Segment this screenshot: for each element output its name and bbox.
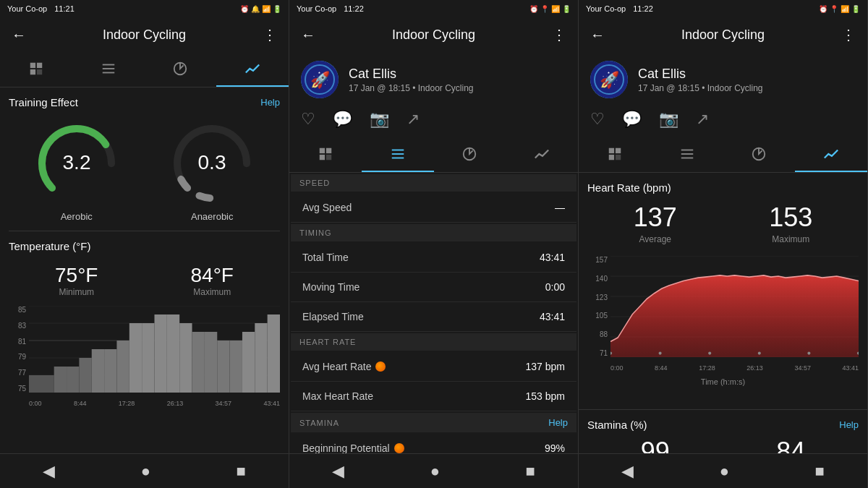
- menu-button-2[interactable]: ⋮: [549, 23, 569, 46]
- tab-summary-1[interactable]: [0, 52, 72, 87]
- svg-text:🚀: 🚀: [600, 70, 620, 90]
- home-nav-2[interactable]: ●: [430, 462, 440, 481]
- tab-charts-1[interactable]: [216, 52, 289, 87]
- tab-segments-3[interactable]: [723, 137, 796, 172]
- svg-rect-23: [54, 367, 67, 393]
- back-nav-1[interactable]: ◀: [43, 462, 55, 481]
- training-effect-help[interactable]: Help: [260, 97, 280, 108]
- temp-min-group: 75°F Minimum: [55, 264, 98, 297]
- back-nav-3[interactable]: ◀: [621, 462, 634, 481]
- back-button-3[interactable]: ←: [587, 24, 608, 46]
- divider-3: [579, 409, 867, 410]
- stamina-val-1: 99: [641, 437, 670, 453]
- hr-x-labels: 0:00 8:44 17:28 26:13 34:57 43:41: [610, 364, 859, 372]
- home-nav-1[interactable]: ●: [141, 462, 150, 481]
- camera-button-2[interactable]: 📷: [370, 110, 389, 129]
- anaerobic-label: Anaerobic: [191, 211, 234, 222]
- svg-rect-39: [255, 323, 267, 393]
- profile-name-3: Cat Ellis: [638, 67, 762, 82]
- home-nav-3[interactable]: ●: [720, 462, 729, 481]
- tab-summary-3[interactable]: [579, 137, 651, 172]
- svg-rect-6: [102, 72, 114, 74]
- action-row-2: ♡ 💬 📷 ↗: [289, 107, 578, 137]
- training-effect-header: Training Effect Help: [9, 96, 280, 108]
- tab-segments-2[interactable]: [434, 137, 506, 172]
- total-time-row: Total Time 43:41: [291, 243, 576, 273]
- svg-rect-58: [616, 155, 621, 160]
- alarm-icon-3: ⏰: [819, 5, 827, 13]
- moving-time-value: 0:00: [545, 281, 565, 293]
- speed-section-label: SPEED: [291, 174, 576, 192]
- svg-rect-33: [179, 323, 192, 393]
- temp-title: Temperature (°F): [9, 240, 91, 252]
- avatar-2: 🚀: [301, 61, 339, 98]
- time-2: 11:22: [344, 4, 364, 13]
- profile-name-2: Cat Ellis: [349, 67, 473, 82]
- max-hr-row: Max Heart Rate 153 bpm: [291, 382, 576, 411]
- page-title-2: Indoor Cycling: [327, 27, 540, 43]
- camera-button-3[interactable]: 📷: [659, 110, 678, 129]
- battery-icon-2: 🔋: [562, 5, 571, 13]
- gauges-row: 3.2 Aerobic 0.3 Anaerobic: [9, 120, 280, 222]
- elapsed-time-value: 43:41: [540, 311, 565, 322]
- menu-button-3[interactable]: ⋮: [838, 23, 859, 46]
- temp-max-value: 84°F: [191, 264, 234, 287]
- recent-nav-3[interactable]: ■: [814, 462, 824, 481]
- tab-stats-1[interactable]: [72, 52, 145, 87]
- recent-nav-1[interactable]: ■: [236, 462, 245, 481]
- temp-chart-svg: [29, 306, 280, 393]
- comment-button-2[interactable]: 💬: [333, 110, 352, 129]
- svg-point-72: [659, 351, 662, 354]
- stamina-help-3[interactable]: Help: [839, 419, 859, 430]
- tab-stats-3[interactable]: [651, 137, 723, 172]
- svg-rect-34: [192, 332, 205, 393]
- svg-rect-5: [102, 68, 114, 69]
- tab-stats-2[interactable]: [362, 137, 434, 172]
- moving-time-row: Moving Time 0:00: [291, 273, 576, 302]
- comment-button-3[interactable]: 💬: [622, 110, 642, 129]
- avg-speed-row: Avg Speed —: [291, 193, 576, 223]
- profile-info-2: Cat Ellis 17 Jan @ 18:15 • Indoor Cyclin…: [349, 67, 473, 93]
- back-nav-2[interactable]: ◀: [332, 462, 344, 481]
- content-1: Training Effect Help 3.2 Aerobic: [0, 87, 289, 453]
- max-hr-label: Max Heart Rate: [302, 390, 373, 402]
- back-button-1[interactable]: ←: [9, 24, 29, 46]
- location-icon-3: 📍: [830, 5, 838, 13]
- svg-rect-61: [681, 158, 693, 159]
- recent-nav-2[interactable]: ■: [525, 462, 535, 481]
- tab-charts-3[interactable]: [795, 137, 867, 172]
- max-hr-value: 153 bpm: [526, 390, 565, 402]
- hr-chart-svg: [610, 256, 859, 357]
- svg-rect-37: [230, 341, 242, 393]
- page-title-3: Indoor Cycling: [616, 27, 830, 43]
- svg-rect-30: [142, 323, 154, 393]
- tab-summary-2[interactable]: [289, 137, 362, 172]
- like-button-2[interactable]: ♡: [301, 110, 315, 129]
- tab-charts-2[interactable]: [506, 137, 578, 172]
- panel-2: Your Co-op 11:22 ⏰ 📍 📶 🔋 ← Indoor Cyclin…: [289, 0, 579, 488]
- temp-max-label: Maximum: [193, 287, 231, 297]
- profile-info-3: Cat Ellis 17 Jan @ 18:15 • Indoor Cyclin…: [638, 67, 762, 93]
- tab-bar-3: [579, 137, 867, 173]
- menu-button-1[interactable]: ⋮: [260, 23, 280, 46]
- bottom-nav-1: ◀ ● ■: [0, 453, 289, 488]
- hr-average-label: Average: [639, 234, 671, 244]
- temp-min-value: 75°F: [55, 264, 98, 287]
- share-button-3[interactable]: ↗: [696, 110, 709, 129]
- svg-rect-49: [391, 153, 404, 155]
- hr-section-row: HEART RATE: [291, 333, 576, 351]
- back-button-2[interactable]: ←: [298, 24, 318, 46]
- speed-section-row: SPEED: [291, 174, 576, 192]
- like-button-3[interactable]: ♡: [590, 110, 605, 129]
- carrier-2: Your Co-op: [297, 4, 336, 13]
- stamina-help[interactable]: Help: [548, 417, 568, 428]
- svg-text:3.2: 3.2: [62, 151, 90, 174]
- svg-rect-1: [37, 63, 42, 68]
- avatar-3: 🚀: [590, 61, 628, 98]
- tab-segments-1[interactable]: [145, 52, 217, 87]
- beginning-potential-row: Beginning Potential 99%: [291, 434, 576, 453]
- top-bar-1: ← Indoor Cycling ⋮: [0, 17, 289, 52]
- svg-rect-56: [616, 148, 621, 153]
- panel-3: Your Co-op 11:22 ⏰ 📍 📶 🔋 ← Indoor Cyclin…: [579, 0, 868, 488]
- share-button-2[interactable]: ↗: [407, 110, 420, 129]
